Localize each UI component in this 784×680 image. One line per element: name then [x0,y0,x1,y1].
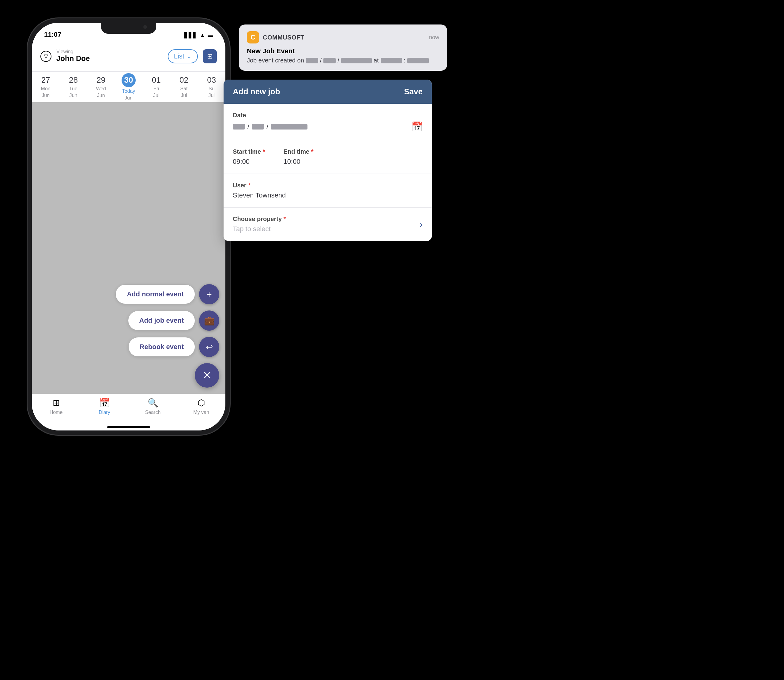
day-number: 30 [121,73,136,87]
save-button[interactable]: Save [404,87,423,96]
wifi-icon: ▲ [200,32,205,39]
nav-home[interactable]: ⊞ Home [32,398,80,415]
month-name: Jul [181,93,187,98]
phone-device: 11:07 ▋▋▋ ▲ ▬ ▽ Viewing John Doe List ⌄ … [28,18,230,435]
job-panel-header: Add new job Save [224,80,432,104]
start-time-value[interactable]: 09:00 [233,158,265,166]
calendar-view-button[interactable]: ⊞ [203,49,217,63]
nav-diary[interactable]: 📅 Diary [80,398,129,415]
notification-header: C COMMUSOFT now [247,31,439,44]
nav-search[interactable]: 🔍 Search [129,398,177,415]
add-normal-event-label: Add normal event [116,285,195,304]
notch-camera [143,25,147,29]
myvan-icon: ⬡ [198,398,205,408]
month-name: Jun [69,93,77,98]
month-name: Jul [153,93,159,98]
job-panel-title: Add new job [233,87,280,96]
signal-icon: ▋▋▋ [184,32,197,39]
fab-close-button[interactable]: ✕ [195,363,219,387]
day-name: Fri [153,86,159,91]
date-calendar-icon[interactable]: 📅 [411,121,423,132]
day-number: 03 [207,75,216,85]
day-name-today: Today [122,88,135,94]
list-toggle-button[interactable]: List ⌄ [168,49,198,63]
day-number: 27 [41,75,50,85]
calendar-day-28[interactable]: 28 Tue Jun [60,75,87,98]
choose-property-section[interactable]: Choose property * Tap to select › [224,208,432,241]
date-d [233,124,245,129]
tap-to-select: Tap to select [233,225,286,233]
redacted-date-d [306,58,318,63]
add-normal-event-icon[interactable]: ＋ [199,284,219,304]
notif-body-prefix: Job event created on [247,57,304,64]
user-value[interactable]: Steven Townsend [233,191,423,199]
nav-home-label: Home [50,410,63,415]
calendar-day-row: 27 Mon Jun 28 Tue Jun 29 Wed Jun 30 Toda… [32,72,225,102]
phone-notch [101,23,156,34]
add-normal-event-option[interactable]: Add normal event ＋ [116,284,219,304]
search-icon: 🔍 [148,398,158,408]
plus-icon: ＋ [205,288,214,300]
notification-body: Job event created on / / at : [247,57,439,64]
calendar-day-03[interactable]: 03 Su Jul [198,75,225,98]
nav-myvan[interactable]: ⬡ My van [177,398,225,415]
chevron-right-icon: › [420,219,423,230]
add-job-event-option[interactable]: Add job event 💼 [128,310,219,331]
bottom-navigation: ⊞ Home 📅 Diary 🔍 Search ⬡ My van [32,394,225,430]
property-left: Choose property * Tap to select [233,216,286,233]
rebook-event-option[interactable]: Rebook event ↩ [129,337,219,357]
month-name: Jun [42,93,50,98]
viewing-label: Viewing [56,49,163,54]
required-star: * [263,148,265,155]
user-label: User * [233,182,423,189]
start-time-label: Start time * [233,148,265,155]
status-time: 11:07 [44,31,61,39]
required-star-user: * [248,182,250,189]
list-label: List [174,52,184,60]
dropdown-icon[interactable]: ▽ [41,51,52,62]
time-section: Start time * 09:00 End time * 10:00 [224,140,432,174]
calendar-day-27[interactable]: 27 Mon Jun [32,75,60,98]
status-icons: ▋▋▋ ▲ ▬ [184,32,213,39]
notification-title: New Job Event [247,47,439,55]
redacted-time-h [381,58,402,63]
end-time-label: End time * [283,148,313,155]
redacted-time-m [407,58,429,63]
time-row: Start time * 09:00 End time * 10:00 [233,148,423,166]
rebook-icon: ↩ [206,342,213,352]
add-job-event-label: Add job event [128,311,195,330]
job-panel-body: Date / / 📅 Start time * 09:00 [224,104,432,241]
close-icon: ✕ [202,369,212,382]
end-time-value[interactable]: 10:00 [283,158,313,166]
day-name: Tue [69,86,77,91]
rebook-event-icon[interactable]: ↩ [199,337,219,357]
calendar-day-02[interactable]: 02 Sat Jul [170,75,198,98]
calendar-day-01[interactable]: 01 Fri Jul [142,75,170,98]
nav-search-label: Search [145,410,161,415]
date-label: Date [233,112,423,119]
month-name: Jul [209,93,215,98]
date-y [271,124,307,129]
required-star-property: * [283,216,286,222]
notification-app-name: COMMUSOFT [263,34,425,41]
viewing-info: Viewing John Doe [56,49,163,63]
home-indicator [107,426,150,428]
required-star-end: * [311,148,313,155]
add-new-job-panel: Add new job Save Date / / 📅 Start time [224,80,432,241]
diary-icon: 📅 [99,398,110,408]
day-name: Mon [41,86,50,91]
notif-body-suffix: at [374,57,379,64]
add-job-event-icon[interactable]: 💼 [199,310,219,331]
day-number: 28 [69,75,78,85]
redacted-date-y [341,58,372,63]
date-m [252,124,264,129]
month-name: Jun [124,95,132,101]
calendar-day-30-today[interactable]: 30 Today Jun [115,73,142,101]
start-time-col: Start time * 09:00 [233,148,265,166]
day-number: 01 [152,75,161,85]
end-time-col: End time * 10:00 [283,148,313,166]
chevron-down-icon: ⌄ [186,52,192,60]
day-name: Sat [180,86,188,91]
calendar-day-29[interactable]: 29 Wed Jun [87,75,115,98]
date-value[interactable]: / / [233,123,307,131]
